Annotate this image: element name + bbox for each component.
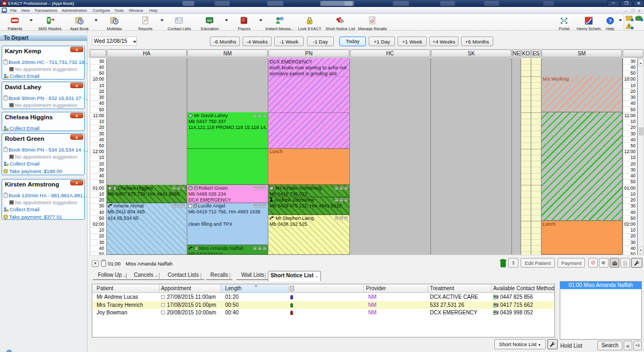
svg-text:abc: abc	[207, 19, 213, 22]
svg-text:?: ?	[609, 18, 612, 24]
